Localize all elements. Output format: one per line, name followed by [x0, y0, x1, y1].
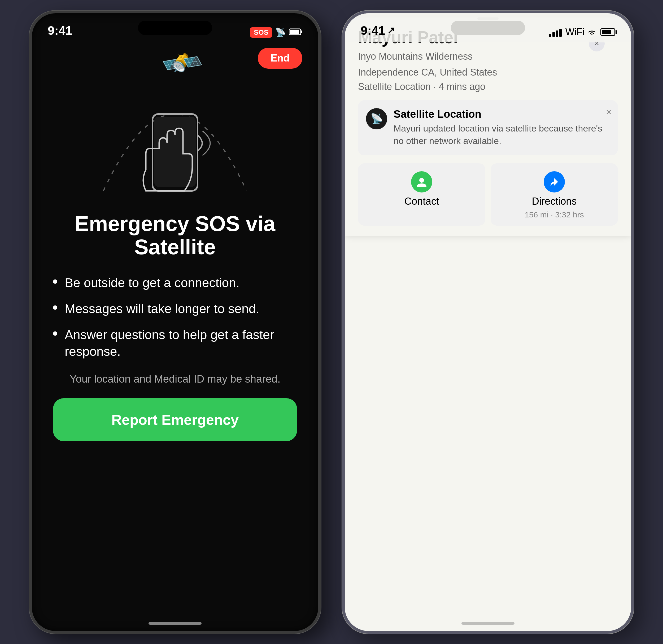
bullet-dot-2: [53, 305, 57, 310]
dynamic-island-left: [138, 21, 212, 35]
directions-button[interactable]: Directions 156 mi · 3:32 hrs: [490, 163, 618, 226]
status-time-right: 9:41 ↗: [361, 23, 395, 38]
battery-status-icon: [289, 28, 302, 38]
sat-card-title: Satellite Location: [393, 108, 610, 120]
arc-svg: 🛰️: [82, 53, 268, 212]
bullet-dot-3: [53, 331, 57, 336]
sos-badge: SOS: [250, 27, 272, 38]
end-button[interactable]: End: [258, 48, 302, 69]
bullet-item-3: Answer questions to help get a faster re…: [53, 327, 297, 360]
left-phone: 9:41 SOS 📡 End 🛰️: [29, 10, 321, 634]
signal-bars-icon: [549, 27, 562, 37]
sat-card-desc: Mayuri updated location via satellite be…: [393, 122, 610, 147]
disclaimer-text: Your location and Medical ID may be shar…: [53, 373, 297, 385]
svg-rect-5: [154, 117, 196, 187]
bullet-item-1: Be outside to get a connection.: [53, 275, 297, 291]
directions-sub: 156 mi · 3:32 hrs: [525, 210, 584, 219]
contact-icon: [411, 171, 432, 192]
status-icons-left: SOS 📡: [250, 27, 302, 38]
location-arrow-icon: ↗: [387, 25, 395, 36]
svg-point-28: [419, 178, 424, 183]
satellite-location-card: 📡 Satellite Location Mayuri updated loca…: [358, 100, 618, 155]
svg-text:🛰️: 🛰️: [158, 53, 207, 87]
right-phone: 9:41 ↗ WiFi: [342, 10, 634, 634]
bullet-list: Be outside to get a connection. Messages…: [53, 275, 297, 360]
bottom-sheet: Mayuri Patel Inyo Mountains Wilderness I…: [345, 18, 631, 236]
home-indicator-left: [148, 622, 202, 625]
satellite-status-icon: 📡: [275, 27, 286, 38]
report-emergency-button[interactable]: Report Emergency: [53, 398, 297, 441]
location-time: Satellite Location · 4 mins ago: [358, 81, 618, 92]
location-line2: Independence CA, United States: [358, 65, 618, 79]
status-time-left: 9:41: [48, 23, 72, 38]
svg-rect-2: [290, 30, 299, 34]
svg-rect-1: [301, 30, 302, 33]
left-phone-content: 🛰️ Emergency SOS via Satellite Be outsid…: [32, 13, 318, 631]
location-line1: Inyo Mountains Wilderness: [358, 49, 618, 64]
sos-title: Emergency SOS via Satellite: [53, 212, 297, 259]
sat-card-close[interactable]: ×: [606, 107, 612, 118]
satellite-card-icon: 📡: [366, 108, 387, 130]
home-indicator-right: [461, 622, 515, 625]
battery-icon: [600, 28, 615, 36]
bullet-item-2: Messages will take longer to send.: [53, 301, 297, 317]
directions-icon: [544, 171, 565, 192]
directions-label: Directions: [532, 196, 577, 207]
bullet-dot-1: [53, 279, 57, 284]
action-buttons: Contact Directions 156 mi · 3:32 hrs: [358, 163, 618, 226]
status-bar-right: 9:41 ↗ WiFi: [345, 13, 631, 42]
wifi-icon: WiFi: [565, 26, 597, 38]
status-icons-right: WiFi: [549, 26, 615, 38]
contact-button[interactable]: Contact: [358, 163, 485, 226]
left-text-container: Emergency SOS via Satellite Be outside t…: [32, 212, 318, 452]
satellite-animation-area: 🛰️: [82, 53, 268, 212]
contact-label: Contact: [405, 196, 439, 207]
